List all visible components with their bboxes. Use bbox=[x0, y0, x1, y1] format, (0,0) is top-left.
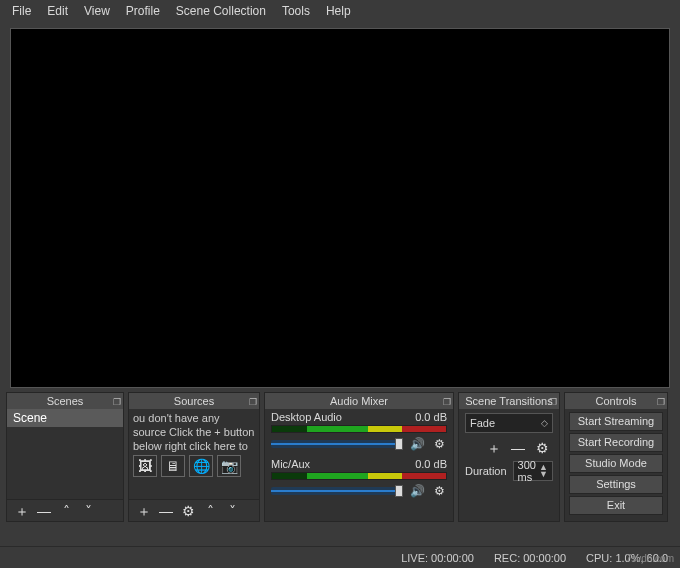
duration-spinbox[interactable]: 300 ms ▲▼ bbox=[513, 461, 553, 481]
volume-meter bbox=[271, 425, 447, 433]
start-streaming-button[interactable]: Start Streaming bbox=[569, 412, 663, 431]
image-source-icon: 🖼 bbox=[133, 455, 157, 477]
speaker-icon[interactable]: 🔊 bbox=[409, 436, 425, 452]
remove-source-button[interactable]: — bbox=[157, 502, 175, 520]
studio-mode-button[interactable]: Studio Mode bbox=[569, 454, 663, 473]
scenes-title: Scenes ❐ bbox=[7, 393, 123, 409]
sources-title: Sources ❐ bbox=[129, 393, 259, 409]
popout-icon[interactable]: ❐ bbox=[657, 394, 665, 410]
status-live: LIVE: 00:00:00 bbox=[401, 552, 474, 564]
scenes-toolbar: ＋ — ˄ ˅ bbox=[7, 499, 123, 521]
popout-icon[interactable]: ❐ bbox=[549, 394, 557, 410]
speaker-icon[interactable]: 🔊 bbox=[409, 483, 425, 499]
status-bar: LIVE: 00:00:00 REC: 00:00:00 CPU: 1.0%, … bbox=[0, 546, 680, 568]
sources-empty-hint: ou don't have any source Click the + but… bbox=[129, 409, 259, 453]
popout-icon[interactable]: ❐ bbox=[113, 394, 121, 410]
mixer-channel-level: 0.0 dB bbox=[415, 411, 447, 423]
remove-transition-button[interactable]: — bbox=[509, 439, 527, 457]
sources-toolbar: ＋ — ⚙ ˄ ˅ bbox=[129, 499, 259, 521]
audio-mixer-panel: Audio Mixer ❐ Desktop Audio 0.0 dB 🔊 ⚙ bbox=[264, 392, 454, 522]
menu-profile[interactable]: Profile bbox=[120, 2, 166, 20]
scene-down-button[interactable]: ˅ bbox=[79, 502, 97, 520]
watermark: 7svdn.com bbox=[626, 553, 674, 564]
sources-type-icons: 🖼 🖥 🌐 📷 bbox=[129, 453, 259, 481]
controls-body: Start Streaming Start Recording Studio M… bbox=[565, 409, 667, 518]
transitions-title: Scene Transitions ❐ bbox=[459, 393, 559, 409]
channel-settings-icon[interactable]: ⚙ bbox=[431, 483, 447, 499]
status-rec: REC: 00:00:00 bbox=[494, 552, 566, 564]
volume-slider[interactable] bbox=[271, 487, 403, 495]
mixer-channel-name: Mic/Aux bbox=[271, 458, 310, 470]
transitions-body: Fade ◇ ＋ — ⚙ Duration 300 ms ▲▼ bbox=[459, 409, 559, 521]
mixer-channel-desktop: Desktop Audio 0.0 dB 🔊 ⚙ bbox=[265, 409, 453, 456]
controls-title: Controls ❐ bbox=[565, 393, 667, 409]
mixer-channel-name: Desktop Audio bbox=[271, 411, 342, 423]
menu-help[interactable]: Help bbox=[320, 2, 357, 20]
source-up-button[interactable]: ˄ bbox=[201, 502, 219, 520]
browser-source-icon: 🌐 bbox=[189, 455, 213, 477]
dock-row: Scenes ❐ Scene ＋ — ˄ ˅ Sources ❐ ou don'… bbox=[0, 392, 680, 522]
mixer-title: Audio Mixer ❐ bbox=[265, 393, 453, 409]
transition-select[interactable]: Fade ◇ bbox=[465, 413, 553, 433]
menu-file[interactable]: File bbox=[6, 2, 37, 20]
menu-edit[interactable]: Edit bbox=[41, 2, 74, 20]
popout-icon[interactable]: ❐ bbox=[249, 394, 257, 410]
transition-settings-button[interactable]: ⚙ bbox=[533, 439, 551, 457]
controls-panel: Controls ❐ Start Streaming Start Recordi… bbox=[564, 392, 668, 522]
volume-meter bbox=[271, 472, 447, 480]
preview-canvas[interactable] bbox=[10, 28, 670, 388]
dropdown-caret-icon: ◇ bbox=[541, 418, 548, 428]
remove-scene-button[interactable]: — bbox=[35, 502, 53, 520]
volume-slider[interactable] bbox=[271, 440, 403, 448]
menu-scene-collection[interactable]: Scene Collection bbox=[170, 2, 272, 20]
duration-label: Duration bbox=[465, 465, 507, 477]
spinner-icon[interactable]: ▲▼ bbox=[539, 464, 548, 478]
duration-value: 300 ms bbox=[518, 459, 540, 483]
transitions-panel: Scene Transitions ❐ Fade ◇ ＋ — ⚙ Duratio… bbox=[458, 392, 560, 522]
settings-button[interactable]: Settings bbox=[569, 475, 663, 494]
transition-value: Fade bbox=[470, 417, 541, 429]
add-source-button[interactable]: ＋ bbox=[135, 502, 153, 520]
add-scene-button[interactable]: ＋ bbox=[13, 502, 31, 520]
menu-bar: File Edit View Profile Scene Collection … bbox=[0, 0, 680, 22]
scene-item[interactable]: Scene bbox=[7, 409, 123, 427]
scenes-panel: Scenes ❐ Scene ＋ — ˄ ˅ bbox=[6, 392, 124, 522]
camera-source-icon: 📷 bbox=[217, 455, 241, 477]
exit-button[interactable]: Exit bbox=[569, 496, 663, 515]
start-recording-button[interactable]: Start Recording bbox=[569, 433, 663, 452]
display-source-icon: 🖥 bbox=[161, 455, 185, 477]
source-down-button[interactable]: ˅ bbox=[223, 502, 241, 520]
menu-tools[interactable]: Tools bbox=[276, 2, 316, 20]
sources-body[interactable]: ou don't have any source Click the + but… bbox=[129, 409, 259, 499]
sources-panel: Sources ❐ ou don't have any source Click… bbox=[128, 392, 260, 522]
mixer-body: Desktop Audio 0.0 dB 🔊 ⚙ Mic/Aux 0.0 dB bbox=[265, 409, 453, 521]
popout-icon[interactable]: ❐ bbox=[443, 394, 451, 410]
menu-view[interactable]: View bbox=[78, 2, 116, 20]
scenes-list[interactable]: Scene bbox=[7, 409, 123, 499]
mixer-channel-mic: Mic/Aux 0.0 dB 🔊 ⚙ bbox=[265, 456, 453, 503]
channel-settings-icon[interactable]: ⚙ bbox=[431, 436, 447, 452]
scene-up-button[interactable]: ˄ bbox=[57, 502, 75, 520]
add-transition-button[interactable]: ＋ bbox=[485, 439, 503, 457]
mixer-channel-level: 0.0 dB bbox=[415, 458, 447, 470]
source-properties-button[interactable]: ⚙ bbox=[179, 502, 197, 520]
